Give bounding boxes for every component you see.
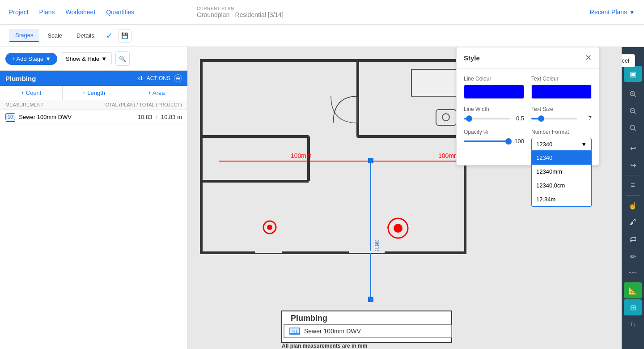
stage-header: Plumbing x1 ACTIONS ⊕ (0, 71, 187, 86)
svg-text:10: 10 (292, 329, 297, 334)
opacity-label: Opacity % (464, 129, 524, 135)
opacity-format-row: Opacity % 100 Number Format (464, 129, 592, 151)
line-width-slider-row: 0.5 (464, 115, 524, 122)
text-size-slider[interactable] (531, 118, 577, 119)
text-size-label: Text Size (531, 106, 592, 112)
pen-icon[interactable]: ✏ (624, 248, 642, 264)
svg-rect-29 (349, 251, 385, 253)
right-toolbar: ⤢ ▣ ↩ ↪ ≡ (622, 47, 644, 349)
current-plan-label: CURRENT PLAN (197, 6, 284, 11)
zoom-out-icon[interactable] (624, 103, 642, 119)
measurement-buttons: + Count + Length + Area (0, 86, 187, 100)
tab-scale[interactable]: Scale (41, 30, 68, 42)
svg-text:Sewer 100mm DWV: Sewer 100mm DWV (304, 328, 361, 335)
chevron-down-icon: ▼ (581, 141, 587, 148)
svg-line-39 (634, 95, 636, 97)
line-colour-col: Line Colour (464, 76, 524, 99)
sidebar-header: + Add Stage ▼ Show & Hide ▼ 🔍 (0, 47, 187, 71)
list-icon[interactable]: ≡ (624, 177, 642, 193)
search-icon: 🔍 (119, 55, 126, 62)
opacity-value: 100 (513, 138, 524, 145)
opacity-slider-row: 100 (464, 138, 524, 145)
style-panel: Style ✕ Line Colour Text Colour (456, 47, 599, 166)
svg-text:100mm: 100mm (291, 152, 312, 159)
selected-format: 12340 (536, 141, 552, 148)
paint-icon[interactable]: 🖌 (624, 214, 642, 230)
zoom-fit-icon[interactable] (624, 120, 642, 136)
number-format-trigger[interactable]: 12340 ▼ (531, 138, 592, 151)
line-colour-label: Line Colour (464, 76, 524, 82)
area-button[interactable]: + Area (125, 86, 187, 100)
opacity-col: Opacity % 100 (464, 129, 524, 151)
format-option-12340mm[interactable]: 12340mm (532, 165, 591, 179)
tag-icon[interactable]: 🏷 (624, 231, 642, 247)
save-icon-button[interactable]: 💾 (118, 29, 131, 43)
svg-rect-23 (368, 297, 373, 302)
number-format-col: Number Format 12340 ▼ 12340 12340mm 1234… (531, 129, 592, 151)
length-button[interactable]: + Length (63, 86, 125, 100)
recent-plans-button[interactable]: Recent Plans ▼ (590, 9, 635, 16)
svg-rect-28 (255, 251, 282, 253)
text-colour-swatch[interactable] (531, 85, 592, 99)
svg-line-43 (634, 112, 636, 114)
stage-title: Plumbing (5, 75, 36, 82)
top-nav: Project Plans Worksheet Quantities CURRE… (0, 0, 644, 25)
second-nav: Stages Scale Details ✓ 💾 EDIT Ruler ⚙ ⚙ … (0, 25, 644, 47)
svg-line-46 (634, 129, 636, 131)
current-plan-value: Groundplan - Residential [3/14] (197, 11, 284, 18)
show-hide-button[interactable]: Show & Hide ▼ (61, 52, 112, 65)
format-option-1234m[interactable]: 12.34m (532, 192, 591, 206)
text-colour-col: Text Colour (531, 76, 592, 99)
undo-icon[interactable]: ↩ (624, 140, 642, 156)
count-button[interactable]: + Count (0, 86, 63, 100)
style-panel-title: Style (464, 54, 480, 62)
format-option-12340cm[interactable]: 12340.0cm (532, 179, 591, 192)
svg-text:←: ← (385, 221, 394, 231)
text-size-col: Text Size 7 (531, 106, 592, 122)
text-size-slider-row: 7 (531, 115, 592, 122)
nav-project[interactable]: Project (9, 9, 29, 16)
number-format-dropdown: 12340 ▼ 12340 12340mm 12340.0cm 12.34m (531, 138, 592, 151)
svg-text:Plumbing: Plumbing (291, 314, 327, 323)
measurement-badge: 10 (5, 113, 15, 120)
line-width-slider[interactable] (464, 118, 510, 119)
divider (626, 175, 640, 175)
cursor-icon[interactable]: ☝ (624, 197, 642, 213)
chevron-down-icon: ▼ (101, 55, 107, 62)
actions-circle-icon[interactable]: ⊕ (174, 74, 182, 82)
stage-controls: x1 ACTIONS ⊕ (137, 74, 182, 82)
svg-point-26 (394, 224, 402, 233)
nav-plans[interactable]: Plans (39, 9, 55, 16)
measurement-name[interactable]: Sewer 100mm DWV (19, 114, 138, 120)
add-stage-button[interactable]: + Add Stage ▼ (5, 53, 57, 65)
nav-quantities[interactable]: Quantities (106, 9, 134, 16)
text-colour-label: Text Colour (531, 76, 592, 82)
text-size-icon[interactable]: T↕ (624, 316, 642, 332)
number-format-label: Number Format (531, 129, 592, 135)
tab-details[interactable]: Details (70, 30, 101, 42)
zoom-in-icon[interactable] (624, 86, 642, 102)
redo-icon[interactable]: ↪ (624, 157, 642, 173)
chevron-down-icon: ▼ (45, 55, 51, 62)
main-content: + Add Stage ▼ Show & Hide ▼ 🔍 Plumbing x… (0, 47, 644, 349)
line-width-label: Line Width (464, 106, 524, 112)
tab-stages[interactable]: Stages (9, 29, 39, 42)
format-option-12340[interactable]: 12340 (532, 151, 591, 165)
nav-worksheet[interactable]: Worksheet (66, 9, 96, 16)
svg-point-21 (267, 225, 272, 230)
close-style-panel-button[interactable]: ✕ (585, 53, 592, 63)
canvas-area[interactable]: 100mm 100mm 3615 ← (188, 47, 622, 349)
svg-rect-10 (411, 69, 456, 96)
measurement-values: 10.83 / 10.83 m (138, 114, 182, 120)
ruler-icon[interactable]: 📐 (624, 282, 642, 298)
line-colour-swatch[interactable] (464, 85, 524, 99)
curve-icon[interactable]: 〰 (624, 265, 642, 281)
measurement-header: MEASUREMENT TOTAL (PLAN) / TOTAL (PROJEC… (0, 100, 187, 110)
svg-text:All plan measurements are in m: All plan measurements are in mm (282, 343, 367, 349)
text-size-value: 7 (581, 115, 592, 122)
opacity-slider[interactable] (464, 140, 510, 142)
search-button[interactable]: 🔍 (115, 51, 130, 66)
grid-icon[interactable]: ⊞ (624, 299, 642, 315)
line-width-value: 0.5 (513, 115, 524, 122)
divider (626, 195, 640, 196)
